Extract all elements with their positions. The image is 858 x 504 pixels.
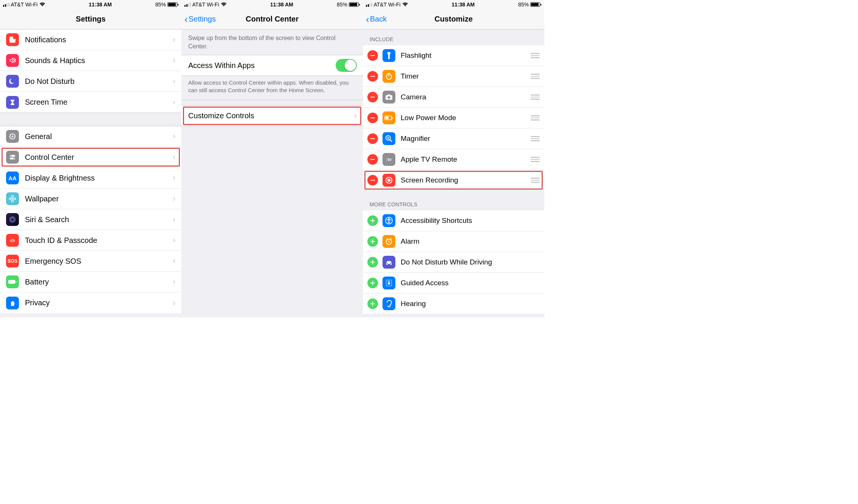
row-touchid[interactable]: Touch ID & Passcode › [0, 230, 181, 251]
row-general[interactable]: General › [0, 126, 181, 147]
row-siri[interactable]: Siri & Search › [0, 209, 181, 230]
page-title: Control Center [246, 15, 299, 23]
control-label: Timer [401, 72, 528, 80]
remove-button[interactable] [367, 133, 378, 144]
row-screentime[interactable]: Screen Time › [0, 92, 181, 113]
svg-point-11 [9, 198, 11, 200]
control-row[interactable]: Flashlight [363, 45, 544, 66]
remove-button[interactable] [367, 175, 378, 186]
drag-handle-icon[interactable] [531, 53, 540, 58]
remove-button[interactable] [367, 50, 378, 61]
add-button[interactable] [367, 236, 378, 247]
carrier-label: AT&T Wi-Fi [374, 2, 401, 8]
svg-rect-20 [387, 94, 390, 96]
row-battery[interactable]: Battery › [0, 272, 181, 292]
siri-icon [6, 213, 19, 226]
chevron-right-icon: › [354, 111, 357, 121]
control-row[interactable]: Timer [363, 66, 544, 87]
chevron-right-icon: › [173, 215, 175, 224]
back-button[interactable]: ‹ Back [366, 14, 387, 24]
chevron-right-icon: › [173, 298, 175, 308]
svg-point-28 [388, 218, 390, 220]
control-icon [383, 297, 395, 310]
row-notifications[interactable]: Notifications › [0, 29, 181, 50]
screen-customize: AT&T Wi-Fi 11:38 AM 85% ‹ Back Customize… [363, 0, 544, 317]
remove-button[interactable] [367, 113, 378, 123]
row-dnd[interactable]: Do Not Disturb › [0, 71, 181, 92]
control-row[interactable]: Guided Access [363, 273, 544, 294]
sos-icon: SOS [6, 255, 19, 267]
drag-handle-icon[interactable] [531, 178, 540, 183]
svg-rect-23 [392, 117, 393, 119]
add-button[interactable] [367, 278, 378, 288]
svg-point-12 [14, 198, 16, 200]
status-time: 11:38 AM [452, 2, 475, 8]
cellular-signal-icon [3, 3, 9, 7]
add-button[interactable] [367, 298, 378, 309]
drag-handle-icon[interactable] [531, 136, 540, 141]
include-header: INCLUDE [363, 29, 544, 45]
remove-button[interactable] [367, 92, 378, 102]
control-row[interactable]: Alarm [363, 231, 544, 252]
svg-rect-15 [8, 280, 15, 284]
row-label: General [25, 132, 173, 141]
chevron-right-icon: › [173, 152, 175, 162]
control-icon: 🣿tv [383, 153, 395, 166]
sounds-icon [6, 54, 19, 67]
drag-handle-icon[interactable] [531, 74, 540, 79]
control-icon [383, 256, 395, 269]
control-row[interactable]: Magnifier [363, 128, 544, 149]
drag-handle-icon[interactable] [531, 157, 540, 162]
control-icon [383, 132, 395, 145]
svg-point-30 [387, 263, 388, 264]
control-row[interactable]: Do Not Disturb While Driving [363, 252, 544, 273]
toggle-switch[interactable] [336, 59, 357, 72]
svg-rect-16 [15, 281, 16, 283]
remove-button[interactable] [367, 154, 378, 165]
control-icon [383, 277, 395, 289]
more-list: Accessibility ShortcutsAlarmDo Not Distu… [363, 210, 544, 314]
control-icon [383, 49, 395, 62]
flower-icon [6, 192, 19, 205]
control-row[interactable]: 🣿tvApple TV Remote [363, 149, 544, 170]
add-button[interactable] [367, 257, 378, 267]
row-sounds[interactable]: Sounds & Haptics › [0, 50, 181, 71]
row-label: Battery [25, 278, 173, 286]
drag-handle-icon[interactable] [531, 115, 540, 121]
drag-handle-icon[interactable] [531, 94, 540, 100]
svg-point-13 [10, 217, 15, 222]
status-bar: AT&T Wi-Fi 11:38 AM 85% [181, 0, 363, 9]
row-customize-controls[interactable]: Customize Controls › [181, 105, 363, 126]
row-control-center[interactable]: Control Center › [0, 147, 181, 168]
control-row[interactable]: Low Power Mode [363, 108, 544, 128]
row-privacy[interactable]: Privacy › [0, 292, 181, 313]
toggle-label: Access Within Apps [188, 61, 336, 70]
row-access-within-apps[interactable]: Access Within Apps [181, 55, 363, 76]
battery-percent: 85% [155, 2, 166, 8]
aa-icon: AA [6, 172, 19, 184]
moon-icon [6, 75, 19, 88]
control-row[interactable]: Hearing [363, 294, 544, 314]
control-label: Low Power Mode [401, 114, 528, 122]
wifi-icon [402, 2, 408, 7]
carrier-label: AT&T Wi-Fi [192, 2, 219, 8]
row-wallpaper[interactable]: Wallpaper › [0, 189, 181, 209]
chevron-right-icon: › [173, 256, 175, 266]
control-row[interactable]: Camera [363, 87, 544, 108]
control-row[interactable]: Accessibility Shortcuts [363, 210, 544, 231]
status-bar: AT&T Wi-Fi 11:38 AM 85% [363, 0, 544, 9]
control-icon [383, 111, 395, 124]
control-row[interactable]: Screen Recording [363, 170, 544, 191]
toggles-icon [6, 151, 19, 164]
control-icon [383, 70, 395, 83]
row-sos[interactable]: SOS Emergency SOS › [0, 251, 181, 272]
remove-button[interactable] [367, 71, 378, 82]
row-label: Sounds & Haptics [25, 56, 173, 65]
add-button[interactable] [367, 215, 378, 226]
control-icon [383, 91, 395, 104]
chevron-right-icon: › [173, 76, 175, 86]
back-button[interactable]: ‹ Settings [184, 14, 216, 24]
row-display[interactable]: AA Display & Brightness › [0, 168, 181, 189]
control-label: Magnifier [401, 135, 528, 143]
control-label: Camera [401, 93, 528, 101]
